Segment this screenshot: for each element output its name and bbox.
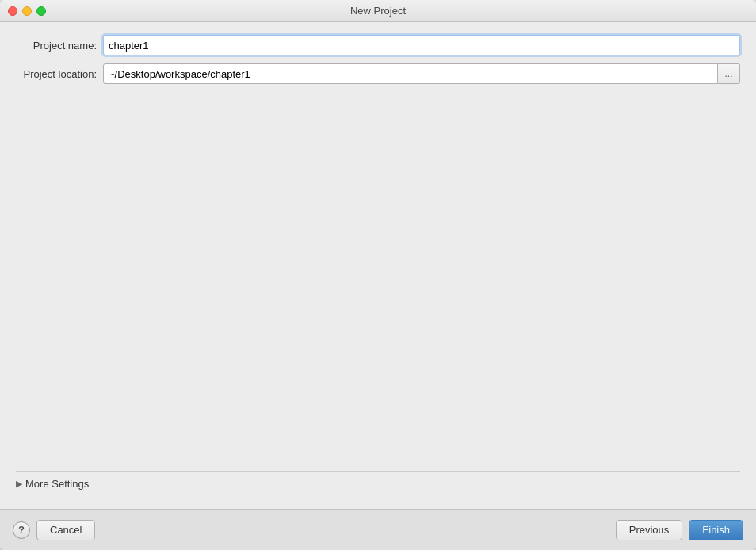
footer-left: ? Cancel (13, 520, 95, 540)
close-button[interactable] (8, 6, 17, 16)
project-location-input[interactable] (103, 63, 718, 84)
footer: ? Cancel Previous Finish (0, 509, 756, 550)
content-area: Project name: Project location: ... ▶ Mo… (0, 22, 756, 509)
project-name-input[interactable] (103, 35, 740, 55)
more-settings-label: More Settings (25, 478, 89, 490)
title-bar: New Project (0, 0, 756, 22)
minimize-button[interactable] (22, 6, 32, 16)
new-project-dialog: New Project Project name: Project locati… (0, 0, 756, 550)
project-name-row: Project name: (16, 35, 740, 55)
footer-right: Previous Finish (616, 520, 743, 540)
spacer (16, 92, 740, 471)
project-name-label: Project name: (16, 40, 103, 52)
project-location-row: Project location: ... (16, 63, 740, 84)
finish-button[interactable]: Finish (689, 520, 743, 540)
window-title: New Project (350, 5, 406, 17)
previous-button[interactable]: Previous (616, 520, 683, 540)
maximize-button[interactable] (36, 6, 46, 16)
browse-button[interactable]: ... (718, 63, 740, 84)
help-button[interactable]: ? (13, 521, 30, 539)
cancel-button[interactable]: Cancel (36, 520, 95, 540)
more-settings-arrow: ▶ (16, 479, 22, 489)
project-location-label: Project location: (16, 68, 103, 80)
more-settings-row[interactable]: ▶ More Settings (16, 471, 740, 496)
traffic-lights (8, 6, 46, 16)
